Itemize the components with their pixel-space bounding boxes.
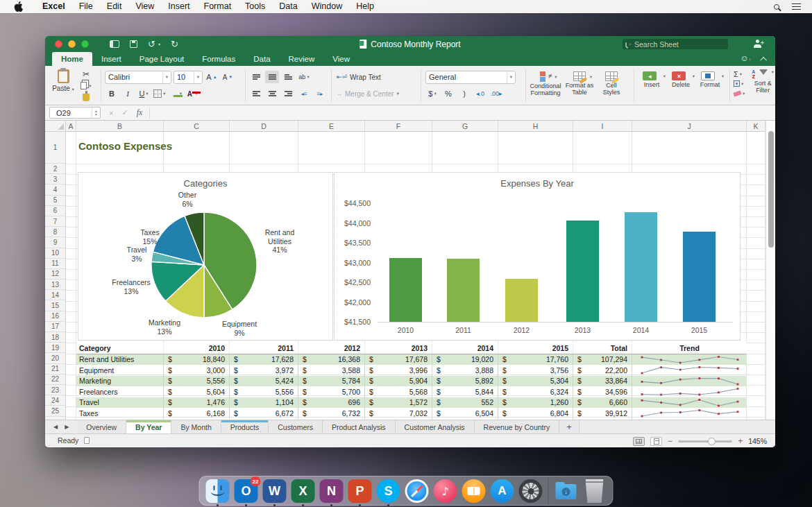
row-header-24[interactable]: 24 xyxy=(45,395,65,406)
sheet-tab-customers[interactable]: Customers xyxy=(269,420,323,433)
cell-amount[interactable]: $3,888 xyxy=(432,365,498,376)
sheet-tab-next-icon[interactable]: ▶ xyxy=(65,424,69,430)
orientation-button[interactable]: ab▾ xyxy=(297,71,311,83)
vertical-scrollbar-thumb[interactable] xyxy=(768,131,774,248)
cell-amount[interactable]: $6,168 xyxy=(164,408,230,419)
cell-amount[interactable]: $5,892 xyxy=(432,376,498,387)
currency-format-button[interactable]: $▾ xyxy=(425,87,439,100)
apple-menu-icon[interactable] xyxy=(14,1,23,12)
cell-trend-sparkline[interactable] xyxy=(632,365,747,376)
column-header-h[interactable]: H xyxy=(498,121,573,132)
dock-finder[interactable] xyxy=(206,479,230,504)
bar-2014[interactable] xyxy=(625,212,657,322)
row-header-7[interactable]: 7 xyxy=(45,216,65,227)
sheet-tab-prev-icon[interactable]: ◀ xyxy=(53,424,58,430)
insert-cells-button[interactable]: ◂▾ Insert xyxy=(638,70,666,88)
cell-amount[interactable]: $17,678 xyxy=(365,354,432,366)
row-header-22[interactable]: 22 xyxy=(45,375,65,385)
borders-button[interactable]: ▾ xyxy=(153,87,167,100)
sheet-tab-by-year[interactable]: By Year xyxy=(126,420,171,433)
share-add-people-icon[interactable]: + xyxy=(753,40,764,48)
underline-button[interactable]: U▾ xyxy=(137,87,151,100)
cell-amount[interactable]: $5,556 xyxy=(230,386,298,397)
cell-amount[interactable]: $5,424 xyxy=(230,376,298,387)
row-header-20[interactable]: 20 xyxy=(45,353,65,363)
table-row-rent-and-utilities[interactable]: Rent and Utilities$18,840$17,628$16,368$… xyxy=(76,354,747,366)
fill-color-button[interactable]: ▾ xyxy=(169,87,183,100)
delete-cells-button[interactable]: ×▾ Delete xyxy=(667,70,695,88)
cell-amount[interactable]: $1,572 xyxy=(365,397,432,409)
toggle-panes-icon[interactable] xyxy=(110,40,119,48)
formula-input[interactable] xyxy=(149,108,770,119)
cell-category[interactable]: Travel xyxy=(76,397,164,409)
cell-amount[interactable]: $5,904 xyxy=(365,376,432,387)
cell-amount[interactable]: $3,756 xyxy=(498,365,573,376)
ribbon-tab-formulas[interactable]: Formulas xyxy=(193,52,244,66)
sheet-tab-by-month[interactable]: By Month xyxy=(171,420,221,433)
increase-indent-button[interactable]: ≡▸ xyxy=(313,87,327,100)
autosum-button[interactable]: Σ▾ xyxy=(734,69,745,78)
bar-2010[interactable] xyxy=(389,258,422,322)
fullscreen-button[interactable] xyxy=(81,40,89,48)
cell-amount[interactable]: $107,294 xyxy=(573,354,632,366)
menu-item-data[interactable]: Data xyxy=(272,1,304,11)
row-header-5[interactable]: 5 xyxy=(45,196,65,206)
bar-2013[interactable] xyxy=(566,221,599,322)
table-row-travel[interactable]: Travel$1,476$1,104$696$1,572$552$1,260$6… xyxy=(76,397,747,409)
ribbon-tab-home[interactable]: Home xyxy=(52,52,92,66)
cell-amount[interactable]: $3,588 xyxy=(298,365,365,376)
cell-amount[interactable]: $17,628 xyxy=(230,354,298,366)
cell-amount[interactable]: $5,844 xyxy=(432,386,498,397)
cell-trend-sparkline[interactable] xyxy=(632,386,747,397)
cell-amount[interactable]: $6,504 xyxy=(432,408,498,419)
ribbon-tab-insert[interactable]: Insert xyxy=(92,52,130,66)
cell-amount[interactable]: $39,912 xyxy=(573,408,632,419)
zoom-slider[interactable] xyxy=(678,440,732,442)
percent-format-button[interactable]: % xyxy=(441,87,455,100)
cell-amount[interactable]: $5,784 xyxy=(298,376,365,387)
table-row-equipment[interactable]: Equipment$3,000$3,972$3,588$3,996$3,888$… xyxy=(76,365,747,376)
dock-downloads[interactable]: ↓ xyxy=(555,479,578,504)
close-button[interactable] xyxy=(55,40,62,48)
sort-filter-button[interactable]: AZ ▾ Sort & Filter xyxy=(752,69,774,98)
cell-amount[interactable]: $1,104 xyxy=(230,397,298,409)
cell-amount[interactable]: $552 xyxy=(432,397,498,409)
row-header-23[interactable]: 23 xyxy=(45,385,65,395)
font-size-select[interactable]: 10▾ xyxy=(174,71,203,84)
name-box-stepper[interactable]: ▲▼ xyxy=(92,108,100,118)
cell-amount[interactable]: $19,020 xyxy=(432,354,498,366)
cell-category[interactable]: Equipment xyxy=(76,365,164,376)
bar-chart-panel[interactable]: Expenses By Year $44,500$44,000$43,500$4… xyxy=(334,172,741,341)
cell-trend-sparkline[interactable] xyxy=(632,397,747,409)
minimize-button[interactable] xyxy=(68,40,76,48)
cell-amount[interactable]: $1,260 xyxy=(498,397,573,409)
bar-2015[interactable] xyxy=(683,232,716,322)
zoom-slider-thumb[interactable] xyxy=(708,438,716,445)
column-header-k[interactable]: K xyxy=(747,121,766,132)
sheet-tab-overview[interactable]: Overview xyxy=(77,420,126,433)
cell-amount[interactable]: $5,304 xyxy=(498,376,573,387)
dock-outlook[interactable]: O22 xyxy=(235,479,258,504)
row-header-3[interactable]: 3 xyxy=(45,174,65,184)
paste-button[interactable]: Paste ▾ xyxy=(51,69,76,92)
cell-amount[interactable]: $34,596 xyxy=(573,386,632,397)
undo-dropdown-icon[interactable]: ▾ xyxy=(158,42,160,46)
sheet-title-cell[interactable]: Contoso Expenses xyxy=(78,140,172,152)
cancel-entry-icon[interactable]: × xyxy=(109,109,113,117)
cell-amount[interactable]: $33,864 xyxy=(573,376,632,387)
align-center-button[interactable] xyxy=(265,87,279,100)
row-header-10[interactable]: 10 xyxy=(45,248,65,259)
align-left-button[interactable] xyxy=(249,87,263,100)
bar-2011[interactable] xyxy=(447,259,480,322)
row-header-8[interactable]: 8 xyxy=(45,227,65,237)
column-header-i[interactable]: I xyxy=(573,121,632,132)
conditional-formatting-button[interactable]: ≠▾ Conditional Formatting xyxy=(530,70,561,96)
cut-icon[interactable]: ✂ xyxy=(83,69,90,79)
row-header-6[interactable]: 6 xyxy=(45,206,65,216)
feedback-smiley-icon[interactable]: ☺▾ xyxy=(740,54,751,64)
zoom-in-button[interactable]: + xyxy=(738,437,743,445)
cell-amount[interactable]: $5,604 xyxy=(164,386,230,397)
sheet-tab-product-analysis[interactable]: Product Analysis xyxy=(323,420,396,433)
column-header-c[interactable]: C xyxy=(164,121,230,132)
align-middle-button[interactable] xyxy=(265,71,279,83)
